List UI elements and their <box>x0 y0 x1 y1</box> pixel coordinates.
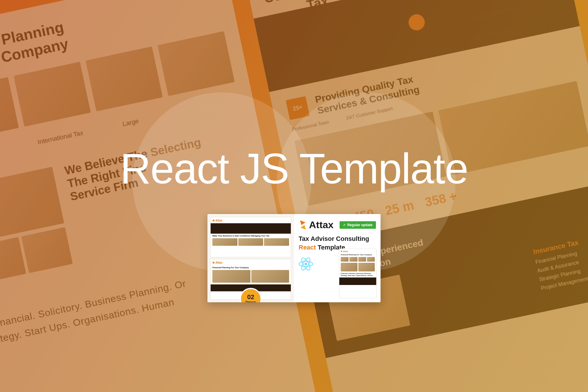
mini-logo: Attax <box>212 219 289 222</box>
mini-dark-strip <box>339 277 376 285</box>
mini-photo <box>212 270 250 283</box>
demos-label: Demos <box>246 300 256 302</box>
mini-photo <box>358 263 375 271</box>
mini-photo <box>341 263 357 271</box>
mini-logo: Attax <box>212 261 289 264</box>
brand-name: Attax <box>309 219 334 230</box>
mini-photo <box>349 257 357 262</box>
brand-row: Attax Regular update <box>299 219 376 230</box>
mini-photo <box>238 238 263 246</box>
card-previews-panel: Attax Make Your Business & Gain Confiden… <box>207 214 294 302</box>
brand-logo: Attax <box>299 219 334 230</box>
mini-photo <box>212 238 237 246</box>
mini-hero-text: Financial Planning For Your Company <box>341 254 375 256</box>
mini-photo <box>264 238 289 246</box>
react-logo-icon <box>299 257 313 271</box>
brand-mark-icon <box>299 221 307 229</box>
mini-photo <box>358 257 366 262</box>
product-card: Attax Make Your Business & Gain Confiden… <box>207 214 381 302</box>
card-info-panel: Attax Regular update Tax Advisor Consult… <box>294 214 381 302</box>
mini-hero-text: Financial Planning For Your Company <box>212 267 289 269</box>
update-badge: Regular update <box>340 221 376 229</box>
mini-photo <box>251 270 289 283</box>
mini-logo: Attax <box>341 250 375 253</box>
mini-dark-strip <box>211 223 291 234</box>
mini-photo <box>341 257 349 262</box>
tagline-react: React <box>299 244 316 251</box>
mini-preview: Attax Make Your Business & Gain Confiden… <box>210 217 291 257</box>
mini-tags: Financial. Solicitory. Business Planning… <box>341 273 375 276</box>
mini-photo <box>367 257 375 262</box>
svg-point-0 <box>305 263 307 265</box>
mini-hero-text: Make Your Business & Gain Confidence Man… <box>212 235 289 237</box>
demos-count: 02 <box>247 294 254 300</box>
main-title: React JS Template <box>0 144 588 193</box>
update-badge-text: Regular update <box>347 223 372 227</box>
tagline-line: Tax Advisor Consulting <box>299 235 369 242</box>
mini-preview-right: Attax Financial Planning For Your Compan… <box>339 249 377 298</box>
